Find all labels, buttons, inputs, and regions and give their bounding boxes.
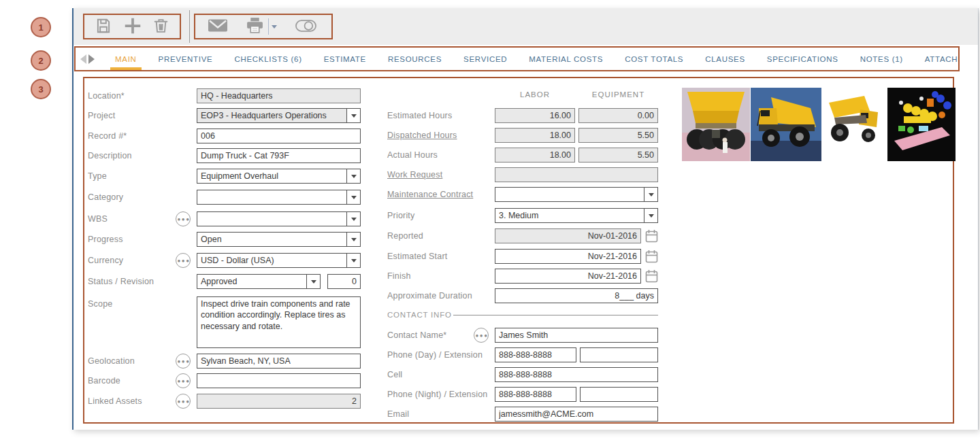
chevron-down-icon xyxy=(351,259,357,262)
email-button[interactable] xyxy=(208,18,228,35)
tab-material-costs[interactable]: MATERIAL COSTS xyxy=(518,48,614,70)
tab-checklists[interactable]: CHECKLISTS (6) xyxy=(223,48,312,70)
status-dropdown[interactable]: Approved xyxy=(197,274,321,289)
status-dropdown-button[interactable] xyxy=(306,275,320,288)
contact-info-divider xyxy=(453,315,658,315)
reported-calendar-icon[interactable] xyxy=(645,229,658,243)
project-dropdown-button[interactable] xyxy=(346,109,360,122)
contact-name-label: Contact Name* xyxy=(387,328,446,343)
tab-clauses[interactable]: CLAUSES xyxy=(694,48,756,70)
currency-dropdown-button[interactable] xyxy=(346,254,360,267)
tab-specifications[interactable]: SPECIFICATIONS xyxy=(756,48,849,70)
annotation-marker-2: 2 xyxy=(31,50,51,71)
actual-hours-label: Actual Hours xyxy=(387,148,438,163)
toggle-icon xyxy=(295,18,317,36)
currency-dropdown[interactable]: USD - Dollar (USA) xyxy=(197,253,361,268)
progress-dropdown[interactable]: Open xyxy=(197,232,361,247)
finish-calendar-icon[interactable] xyxy=(645,269,658,283)
location-label: Location* xyxy=(88,88,125,103)
dispatched-hours-link[interactable]: Dispatched Hours xyxy=(387,128,457,143)
wbs-lookup-button[interactable]: ●●● xyxy=(176,211,191,226)
barcode-label: Barcode xyxy=(88,373,120,388)
category-dropdown-button[interactable] xyxy=(346,190,360,204)
tab-attachments[interactable]: ATTACHM xyxy=(914,48,960,70)
email-icon xyxy=(208,18,228,35)
email-field[interactable] xyxy=(495,407,658,422)
category-dropdown[interactable] xyxy=(197,190,361,205)
toggle-view-button[interactable] xyxy=(295,18,317,36)
barcode-field[interactable] xyxy=(197,373,361,388)
delete-button[interactable] xyxy=(152,17,169,36)
save-button[interactable] xyxy=(95,17,112,37)
maintenance-contract-dropdown-button[interactable] xyxy=(644,188,657,201)
progress-dropdown-button[interactable] xyxy=(346,233,360,246)
tab-serviced[interactable]: SERVICED xyxy=(453,48,518,70)
add-button[interactable] xyxy=(122,16,143,38)
chevron-down-icon xyxy=(351,114,357,118)
phone-night-field[interactable] xyxy=(495,387,576,402)
type-dropdown-button[interactable] xyxy=(346,169,360,183)
record-number-label: Record #* xyxy=(88,129,127,143)
tab-scroll-left-icon[interactable] xyxy=(80,54,86,64)
reported-label: Reported xyxy=(387,228,423,243)
tab-cost-totals[interactable]: COST TOTALS xyxy=(614,48,694,70)
contact-name-field[interactable] xyxy=(495,328,658,343)
estimated-start-calendar-icon[interactable] xyxy=(645,250,658,263)
status-revision-label: Status / Revision xyxy=(88,274,154,289)
print-icon xyxy=(246,17,264,36)
geolocation-lookup-button[interactable]: ●●● xyxy=(176,354,191,369)
geolocation-field[interactable] xyxy=(197,354,361,369)
status-value: Approved xyxy=(197,275,306,288)
wbs-dropdown[interactable] xyxy=(197,211,361,226)
project-dropdown: EOP3 - Headquarters Operations xyxy=(197,108,361,123)
phone-day-extension-field[interactable] xyxy=(580,347,658,362)
currency-label: Currency xyxy=(88,253,123,268)
record-number-field[interactable] xyxy=(197,129,361,143)
chevron-down-icon xyxy=(351,218,357,221)
maintenance-contract-link[interactable]: Maintenance Contract xyxy=(387,187,473,202)
dump-truck-side-photo[interactable] xyxy=(751,88,821,161)
priority-dropdown[interactable]: 3. Medium xyxy=(495,208,658,223)
tab-scroll-right-icon[interactable] xyxy=(88,54,95,64)
wbs-value xyxy=(197,212,346,226)
currency-lookup-button[interactable]: ●●● xyxy=(176,253,191,268)
priority-dropdown-button[interactable] xyxy=(644,209,657,222)
maintenance-contract-dropdown[interactable] xyxy=(495,187,658,202)
approximate-duration-field[interactable] xyxy=(495,288,658,303)
estimated-start-date-field[interactable] xyxy=(495,249,641,264)
description-field[interactable] xyxy=(197,148,361,163)
finish-date-field[interactable] xyxy=(495,269,641,284)
linked-assets-label: Linked Assets xyxy=(88,394,142,409)
scope-textarea[interactable]: Inspect drive train components and rate … xyxy=(197,296,361,348)
type-dropdown[interactable]: Equipment Overhaul xyxy=(197,169,361,184)
revision-field[interactable] xyxy=(327,274,361,289)
tab-main[interactable]: MAIN xyxy=(104,48,148,70)
work-request-link[interactable]: Work Request xyxy=(387,167,442,182)
linked-assets-lookup-button[interactable]: ●●● xyxy=(176,394,191,409)
actual-hours-equipment-field xyxy=(578,148,658,163)
contact-name-lookup-button[interactable]: ●●● xyxy=(474,328,489,343)
chevron-down-icon xyxy=(649,193,654,197)
chevron-down-icon xyxy=(649,214,654,218)
phone-night-extension-field[interactable] xyxy=(580,387,658,402)
engine-cutaway-photo[interactable] xyxy=(887,88,956,161)
print-button[interactable] xyxy=(246,17,264,36)
tab-preventive[interactable]: PREVENTIVE xyxy=(148,48,224,70)
tab-notes[interactable]: NOTES (1) xyxy=(849,48,914,70)
tab-resources[interactable]: RESOURCES xyxy=(377,48,453,70)
wbs-dropdown-button[interactable] xyxy=(346,212,360,226)
scope-label: Scope xyxy=(88,296,112,311)
ellipsis-icon: ●●● xyxy=(178,358,191,364)
add-icon xyxy=(122,16,143,38)
print-options-button[interactable] xyxy=(272,25,277,29)
phone-night-label: Phone (Night) / Extension xyxy=(387,387,487,402)
tab-estimate[interactable]: ESTIMATE xyxy=(313,48,377,70)
category-value xyxy=(197,190,346,204)
delete-icon xyxy=(152,17,169,36)
barcode-lookup-button[interactable]: ●●● xyxy=(176,373,191,388)
cell-field[interactable] xyxy=(495,367,658,382)
dump-truck-rear-photo[interactable] xyxy=(682,88,750,161)
annotation-marker-3: 3 xyxy=(31,79,51,99)
dump-truck-quarter-photo[interactable] xyxy=(825,88,882,161)
phone-day-field[interactable] xyxy=(495,347,576,362)
